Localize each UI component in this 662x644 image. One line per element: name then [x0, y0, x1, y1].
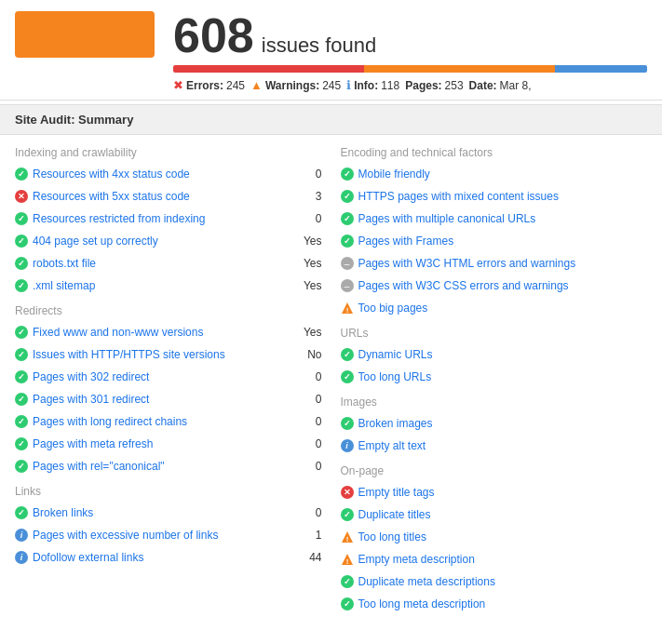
audit-link[interactable]: HTTPS pages with mixed content issues — [358, 190, 559, 203]
audit-left: Broken images — [341, 417, 648, 430]
audit-link[interactable]: Resources restricted from indexing — [33, 212, 205, 225]
audit-link[interactable]: 404 page set up correctly — [33, 235, 158, 248]
svg-text:!: ! — [345, 535, 348, 543]
audit-link[interactable]: Too big pages — [358, 302, 428, 315]
audit-link[interactable]: Fixed www and non-www versions — [33, 326, 203, 339]
audit-value: 0 — [294, 437, 322, 450]
audit-link[interactable]: Pages with excessive number of links — [33, 529, 218, 542]
section-title: Encoding and technical factors — [341, 146, 648, 159]
audit-link[interactable]: robots.txt file — [33, 257, 96, 270]
bar-errors — [173, 65, 364, 73]
audit-link[interactable]: Duplicate meta descriptions — [358, 575, 495, 588]
audit-left: Resources with 4xx status code — [15, 168, 294, 181]
audit-link[interactable]: Pages with W3C CSS errors and warnings — [358, 279, 569, 292]
audit-link[interactable]: Mobile friendly — [358, 168, 430, 181]
audit-link[interactable]: .xml sitemap — [33, 279, 95, 292]
section-title: Links — [15, 485, 322, 498]
audit-link[interactable]: Too long meta description — [358, 597, 486, 610]
audit-left: !Too big pages — [341, 302, 648, 315]
check-icon — [15, 506, 28, 519]
audit-link[interactable]: Dofollow external links — [33, 551, 143, 564]
audit-value: 3 — [294, 190, 322, 203]
audit-left: Pages with meta refresh — [15, 437, 294, 450]
audit-row: Resources restricted from indexing0 — [15, 209, 322, 228]
audit-row: !Too long titles — [341, 528, 648, 546]
audit-left: Broken links — [15, 506, 294, 519]
section-title: Images — [341, 396, 648, 409]
audit-link[interactable]: Resources with 4xx status code — [33, 168, 190, 181]
info-icon: ℹ — [346, 78, 351, 92]
section-title: On-page — [341, 464, 648, 477]
audit-row: Pages with meta refresh0 — [15, 435, 322, 453]
audit-row: Pages with long redirect chains0 — [15, 412, 322, 431]
audit-value: No — [294, 348, 322, 361]
audit-link[interactable]: Pages with multiple canonical URLs — [358, 212, 536, 225]
warning-icon: ! — [341, 302, 354, 315]
audit-row: Fixed www and non-www versionsYes — [15, 323, 322, 342]
check-icon — [15, 212, 28, 225]
audit-value: 44 — [294, 551, 322, 564]
info-icon — [341, 439, 354, 452]
audit-row: Pages with rel="canonical"0 — [15, 457, 322, 476]
svg-text:!: ! — [345, 557, 348, 566]
stats-row: ✖ Errors: 245 ▲ Warnings: 245 ℹ Info: 11… — [173, 78, 647, 92]
audit-link[interactable]: Pages with 302 redirect — [33, 370, 149, 383]
audit-value: 0 — [294, 168, 322, 181]
audit-left: 404 page set up correctly — [15, 235, 294, 248]
audit-link[interactable]: Pages with W3C HTML errors and warnings — [358, 257, 576, 270]
error-icon: ✖ — [173, 78, 183, 92]
check-icon — [341, 417, 354, 430]
issues-count: 608 issues found — [173, 11, 647, 60]
audit-link[interactable]: Duplicate titles — [358, 508, 431, 521]
audit-row: Pages with 301 redirect0 — [15, 390, 322, 409]
pages-stat: Pages: 253 — [405, 79, 463, 92]
audit-link[interactable]: Issues with HTTP/HTTPS site versions — [33, 348, 225, 361]
audit-row: Pages with 302 redirect0 — [15, 368, 322, 386]
bar-info — [555, 65, 647, 73]
audit-left: Pages with long redirect chains — [15, 415, 294, 428]
check-icon — [15, 460, 28, 473]
audit-link[interactable]: Too long URLs — [358, 370, 432, 383]
audit-left: Pages with W3C HTML errors and warnings — [341, 257, 648, 270]
audit-value: 0 — [294, 415, 322, 428]
section-title: URLs — [341, 327, 648, 340]
warning-icon: ! — [341, 553, 354, 566]
audit-link[interactable]: Dynamic URLs — [358, 348, 433, 361]
check-icon — [15, 415, 28, 428]
audit-link[interactable]: Too long titles — [358, 530, 426, 543]
audit-link[interactable]: Empty meta description — [358, 553, 475, 566]
audit-row: Duplicate titles — [341, 505, 648, 524]
audit-row: Too long URLs — [341, 368, 648, 386]
audit-value: Yes — [294, 235, 322, 248]
audit-value: 0 — [294, 506, 322, 519]
audit-link[interactable]: Pages with 301 redirect — [33, 393, 149, 406]
audit-link[interactable]: Pages with long redirect chains — [33, 415, 187, 428]
audit-link[interactable]: Broken links — [33, 506, 93, 519]
info-icon — [15, 529, 28, 542]
audit-row: !Too big pages — [341, 299, 648, 317]
audit-link[interactable]: Pages with rel="canonical" — [33, 460, 165, 473]
audit-left: Empty title tags — [341, 486, 648, 499]
audit-left: Fixed www and non-www versions — [15, 326, 294, 339]
audit-left: !Empty meta description — [341, 553, 648, 566]
issues-area: 608 issues found ✖ Errors: 245 ▲ Warning… — [173, 11, 647, 92]
audit-link[interactable]: Resources with 5xx status code — [33, 190, 190, 203]
check-icon — [341, 212, 354, 225]
audit-left: Pages with excessive number of links — [15, 529, 294, 542]
audit-left: Dofollow external links — [15, 551, 294, 564]
warnings-stat: ▲ Warnings: 245 — [250, 78, 341, 92]
audit-row: Dynamic URLs — [341, 345, 648, 364]
neutral-icon — [341, 279, 354, 292]
bar-warnings — [364, 65, 555, 73]
audit-link[interactable]: Pages with Frames — [358, 235, 454, 248]
audit-link[interactable]: Broken images — [358, 417, 433, 430]
check-icon — [341, 190, 354, 203]
check-icon — [15, 235, 28, 248]
audit-row: Resources with 4xx status code0 — [15, 165, 322, 183]
audit-row: Pages with multiple canonical URLs — [341, 209, 648, 228]
audit-link[interactable]: Empty title tags — [358, 486, 435, 499]
audit-link[interactable]: Pages with meta refresh — [33, 437, 153, 450]
audit-left: Pages with Frames — [341, 235, 648, 248]
audit-link[interactable]: Empty alt text — [358, 439, 426, 452]
audit-left: .xml sitemap — [15, 279, 294, 292]
